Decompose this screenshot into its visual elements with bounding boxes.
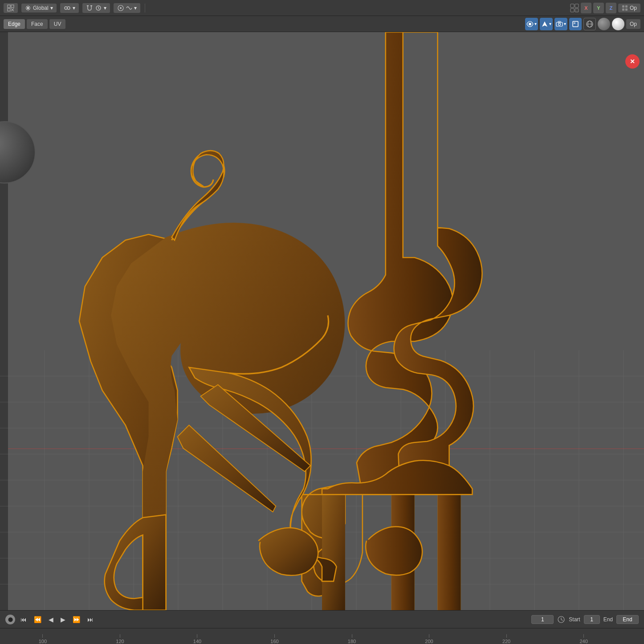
keyframe-btn[interactable]: ⬤ (5, 615, 15, 624)
mode-toolbar-right: ▾ ▾ ▾ (525, 18, 640, 30)
svg-rect-10 (571, 8, 574, 12)
separator-1 (145, 4, 145, 12)
close-modal-btn[interactable]: ✕ (625, 54, 640, 69)
play-btn[interactable]: ▶ (59, 615, 67, 624)
svg-rect-9 (575, 4, 579, 8)
face-mode-btn[interactable]: Face (27, 19, 48, 29)
viewport-options-btn[interactable]: Op (626, 19, 640, 29)
proportional-btn[interactable]: ▾ (114, 3, 140, 13)
svg-rect-2 (8, 8, 10, 11)
ruler-tick-160: 160 (270, 634, 278, 644)
ruler-tick-140: 140 (193, 634, 201, 644)
z-axis-btn[interactable]: Z (606, 3, 616, 13)
viewport-3d[interactable]: ✕ (0, 32, 644, 610)
x-icon: ✕ (630, 58, 635, 65)
uv-mode-btn[interactable]: UV (49, 19, 66, 29)
svg-rect-15 (625, 8, 628, 11)
skip-to-start-btn[interactable]: ⏮ (19, 615, 29, 624)
ruler-tick-100: 100 (39, 634, 47, 644)
svg-rect-8 (571, 4, 574, 8)
x-axis-btn[interactable]: X (581, 3, 591, 13)
camera-btn[interactable]: ▾ (554, 18, 567, 30)
svg-rect-0 (8, 5, 10, 8)
world-view-btn[interactable] (583, 18, 596, 30)
svg-point-7 (120, 7, 122, 9)
svg-point-4 (67, 7, 70, 9)
more-options-btn[interactable]: Op (618, 4, 640, 12)
ruler-tick-220: 220 (502, 634, 510, 644)
svg-rect-21 (574, 22, 575, 24)
play-back-btn[interactable]: ◀ (47, 615, 55, 624)
skip-to-end-btn[interactable]: ⏭ (86, 615, 95, 624)
timer-icon (557, 615, 565, 624)
model-3d (0, 32, 644, 610)
uv-editor-icon-btn[interactable] (4, 3, 18, 13)
view-layer-btn[interactable]: ▾ (525, 18, 538, 30)
ruler-bar: 100 120 140 160 180 200 220 240 (0, 628, 644, 644)
svg-rect-13 (625, 5, 628, 8)
svg-rect-14 (622, 8, 624, 11)
ruler-tick-240: 240 (579, 634, 587, 644)
svg-point-3 (65, 7, 67, 9)
current-frame-input[interactable] (531, 615, 554, 624)
snap-icons-btn[interactable]: ▾ (60, 3, 79, 13)
mode-toolbar: Edge Face UV ▾ ▾ ▾ (0, 16, 644, 32)
transform-chevron: ▾ (50, 5, 53, 11)
snap-toggle-btn[interactable]: ▾ (82, 3, 110, 13)
svg-rect-50 (438, 494, 461, 610)
timeline-bar: ⬤ ⏮ ⏪ ◀ ▶ ⏩ ⏭ Start End (0, 610, 644, 628)
solid-view-btn[interactable] (612, 18, 624, 30)
end-frame-input[interactable] (616, 615, 639, 624)
step-fwd-btn[interactable]: ⏩ (71, 615, 82, 624)
y-axis-btn[interactable]: Y (593, 3, 604, 13)
proportional-chevron: ▾ (134, 5, 137, 11)
timeline-right: Start End (531, 615, 639, 624)
edge-mode-btn[interactable]: Edge (4, 19, 25, 29)
toolbar-right: X Y Z Op (570, 3, 640, 13)
overlay-btn[interactable]: ▾ (540, 18, 553, 30)
svg-rect-12 (622, 5, 624, 8)
ruler-tick-200: 200 (425, 634, 433, 644)
svg-rect-1 (11, 5, 14, 8)
material-preview-btn[interactable] (598, 18, 610, 30)
svg-rect-48 (322, 494, 345, 610)
svg-rect-11 (575, 8, 579, 12)
svg-point-18 (558, 23, 560, 25)
step-back-btn[interactable]: ⏪ (32, 615, 43, 624)
transform-dropdown[interactable]: Global ▾ (21, 4, 57, 12)
ruler-tick-180: 180 (348, 634, 356, 644)
viewport-display-btn[interactable] (569, 18, 582, 30)
top-toolbar: Global ▾ ▾ ▾ ▾ (0, 0, 644, 16)
transform-label: Global (33, 5, 49, 11)
snap-chevron2: ▾ (104, 5, 106, 11)
options-label: Op (630, 5, 637, 11)
start-frame-input[interactable] (584, 615, 600, 624)
ruler-marks: 100 120 140 160 180 200 220 240 (0, 628, 644, 644)
svg-point-16 (529, 23, 531, 25)
ruler-tick-120: 120 (116, 634, 124, 644)
start-label: Start (569, 616, 580, 623)
end-label: End (603, 616, 613, 623)
snap-chevron: ▾ (73, 5, 75, 11)
